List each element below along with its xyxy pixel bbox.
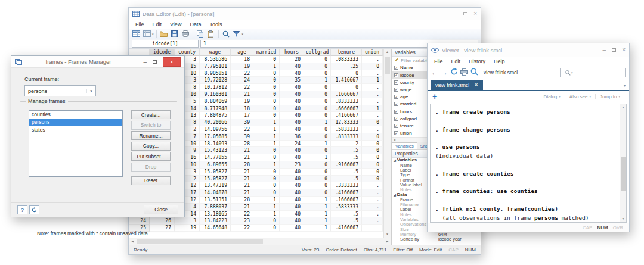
checkbox-checked-icon[interactable]: ✓ bbox=[394, 110, 398, 114]
expander-icon[interactable]: ◢ bbox=[394, 193, 396, 197]
grid-cell[interactable]: 0 bbox=[304, 70, 331, 77]
checkbox-checked-icon[interactable]: ✓ bbox=[394, 124, 398, 128]
help-button[interactable]: ? bbox=[17, 205, 27, 214]
grid-cell[interactable]: 35 bbox=[280, 77, 304, 84]
grid-cell[interactable]: 19 bbox=[231, 98, 253, 105]
grid-cell[interactable]: 14.09756 bbox=[200, 126, 231, 133]
grid-cell[interactable]: 40 bbox=[280, 225, 304, 232]
grid-cell[interactable]: 28 bbox=[231, 197, 253, 204]
grid-cell[interactable]: 40 bbox=[280, 98, 304, 105]
grid-cell[interactable]: 20 bbox=[280, 56, 304, 63]
menu-data[interactable]: Data bbox=[185, 21, 205, 27]
maximize-button[interactable] bbox=[463, 12, 467, 15]
menu-view[interactable]: View bbox=[166, 21, 185, 27]
grid-cell[interactable]: 17 bbox=[231, 112, 253, 119]
checkbox-checked-icon[interactable]: ✓ bbox=[394, 102, 398, 106]
grid-cell[interactable]: 0 bbox=[304, 169, 331, 176]
grid-cell[interactable]: 0 bbox=[253, 105, 280, 113]
grid-cell[interactable]: 22 bbox=[231, 70, 253, 77]
grid-cell[interactable]: 27 bbox=[150, 225, 175, 232]
grid-cell[interactable]: .5 bbox=[331, 147, 362, 154]
grid-cell[interactable]: 1.416667 bbox=[331, 77, 362, 84]
print-icon[interactable] bbox=[181, 29, 190, 38]
print-icon[interactable] bbox=[460, 67, 468, 78]
checkbox-checked-icon[interactable]: ✓ bbox=[394, 73, 398, 77]
grid-cell[interactable]: 21 bbox=[231, 91, 253, 98]
grid-cell[interactable]: 13.84223 bbox=[200, 217, 231, 225]
grid-cell[interactable]: 0 bbox=[304, 189, 331, 197]
grid-cell[interactable]: . bbox=[362, 182, 383, 189]
column-header-union[interactable]: union bbox=[362, 49, 383, 56]
checkbox-checked-icon[interactable]: ✓ bbox=[394, 80, 398, 85]
new-tab-button[interactable]: + bbox=[432, 92, 437, 101]
grid-cell[interactable]: .1666667 bbox=[331, 91, 362, 98]
grid-cell[interactable]: 13.47319 bbox=[200, 182, 231, 189]
grid-cell[interactable]: 40 bbox=[280, 91, 304, 98]
grid-cell[interactable]: .0833333 bbox=[331, 56, 362, 63]
grid-cell[interactable]: 15.05827 bbox=[200, 169, 231, 176]
property-row[interactable]: Sorted byidcode year bbox=[392, 236, 480, 241]
grid-cell[interactable]: 23 bbox=[231, 217, 253, 225]
checkbox-checked-icon[interactable]: ✓ bbox=[394, 88, 398, 92]
frame-list-item-counties[interactable]: counties bbox=[29, 111, 122, 119]
dialog-link[interactable]: Dialog▾ bbox=[540, 94, 565, 99]
grid-cell[interactable]: 21 bbox=[231, 204, 253, 211]
grid-cell[interactable]: . bbox=[362, 211, 383, 218]
grid-cell[interactable]: .4166667 bbox=[331, 189, 362, 197]
grid-cell[interactable]: . bbox=[362, 197, 383, 204]
grid-cell[interactable]: 0 bbox=[304, 63, 331, 70]
grid-vertical-scrollbar[interactable]: ▲ ▼ bbox=[383, 49, 391, 238]
column-header-age[interactable]: age bbox=[231, 49, 253, 56]
grid-cell[interactable]: 40 bbox=[280, 169, 304, 176]
frames-list[interactable]: countiespersonsstates bbox=[29, 110, 123, 177]
grid-cell[interactable]: 14.65648 bbox=[200, 225, 231, 232]
menu-tools[interactable]: Tools bbox=[205, 21, 226, 27]
viewer-scrollbar[interactable]: ▲ ▼ bbox=[620, 104, 626, 222]
grid-cell[interactable]: 1 bbox=[253, 119, 280, 126]
grid-cell[interactable]: 0 bbox=[362, 161, 383, 169]
grid-cell[interactable]: 7.804875 bbox=[200, 112, 231, 119]
search-input[interactable]: ▾ bbox=[563, 68, 626, 77]
filter-dropdown-caret-icon[interactable]: ▾ bbox=[242, 32, 244, 36]
tab-close-icon[interactable]: ✕ bbox=[474, 82, 478, 88]
grid-cell[interactable]: 1 bbox=[253, 204, 280, 211]
tab-list-caret-icon[interactable]: ▾ bbox=[624, 83, 626, 88]
grid-cell[interactable]: .4166667 bbox=[331, 225, 362, 232]
grid-cell[interactable]: 0 bbox=[253, 154, 280, 161]
grid-cell[interactable]: 1 bbox=[304, 77, 331, 84]
grid-cell[interactable]: 21 bbox=[231, 154, 253, 161]
grid-cell[interactable]: 40 bbox=[280, 189, 304, 197]
back-icon[interactable]: ← bbox=[431, 69, 438, 76]
grid-cell[interactable]: 1 bbox=[253, 141, 280, 148]
grid-cell[interactable]: 0 bbox=[304, 176, 331, 183]
close-dialog-button[interactable]: Close bbox=[144, 205, 178, 214]
grid-cell[interactable]: . bbox=[362, 70, 383, 77]
grid-cell[interactable]: 40 bbox=[280, 112, 304, 119]
horizontal-scroll-thumb[interactable] bbox=[137, 239, 263, 244]
grid-cell[interactable]: . bbox=[362, 217, 383, 225]
grid-cell[interactable]: .5833333 bbox=[331, 204, 362, 211]
grid-cell[interactable]: 40 bbox=[280, 217, 304, 225]
grid-cell[interactable]: 18.14093 bbox=[200, 141, 231, 148]
scroll-down-icon[interactable]: ▼ bbox=[620, 216, 626, 222]
grid-cell[interactable]: . bbox=[362, 189, 383, 197]
grid-cell[interactable]: .5 bbox=[331, 176, 362, 183]
grid-cell[interactable]: 40 bbox=[280, 154, 304, 161]
grid-cell[interactable]: 40 bbox=[280, 84, 304, 91]
grid-cell[interactable]: .9166667 bbox=[331, 161, 362, 169]
data-browse-mode-icon[interactable] bbox=[142, 29, 151, 38]
column-header-collgrad[interactable]: collgrad bbox=[304, 49, 331, 56]
grid-cell[interactable]: 12.83333 bbox=[331, 119, 362, 126]
grid-cell[interactable]: 1 bbox=[253, 63, 280, 70]
scroll-up-icon[interactable]: ▲ bbox=[384, 49, 391, 55]
create-button[interactable]: Create... bbox=[131, 110, 171, 119]
grid-cell[interactable]: 0 bbox=[362, 176, 383, 183]
vertical-scroll-thumb[interactable] bbox=[385, 57, 390, 74]
grid-cell[interactable]: 40.20066 bbox=[200, 119, 231, 126]
grid-cell[interactable]: 0 bbox=[253, 176, 280, 183]
grid-cell[interactable]: 0 bbox=[304, 91, 331, 98]
grid-cell[interactable]: 0 bbox=[253, 56, 280, 63]
address-input[interactable]: view frlink.smcl bbox=[481, 68, 561, 77]
tab-variables[interactable]: Variables bbox=[392, 142, 417, 149]
grid-cell[interactable]: 0 bbox=[304, 98, 331, 105]
